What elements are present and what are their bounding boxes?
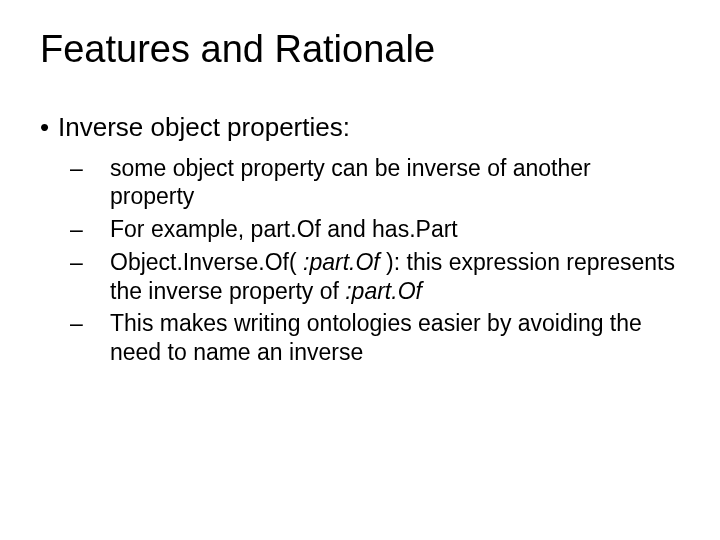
level1-text: Inverse object properties: — [58, 112, 350, 142]
level2-text: This makes writing ontologies easier by … — [110, 310, 642, 365]
bullet-level2: –This makes writing ontologies easier by… — [110, 309, 680, 367]
level2-arg2: :part.Of — [345, 278, 422, 304]
dash-icon: – — [90, 309, 110, 338]
level2-arg: :part.Of — [303, 249, 380, 275]
bullet-level2: –some object property can be inverse of … — [110, 154, 680, 212]
slide-title: Features and Rationale — [40, 28, 680, 71]
bullet-level2: –Object.Inverse.Of( :part.Of ): this exp… — [110, 248, 680, 306]
bullet-level1: •Inverse object properties: — [58, 111, 680, 144]
level2-text-pre: Object.Inverse.Of( — [110, 249, 303, 275]
dash-icon: – — [90, 248, 110, 277]
level2-text: For example, part.Of and has.Part — [110, 216, 458, 242]
bullet-icon: • — [40, 111, 58, 144]
bullet-level2: –For example, part.Of and has.Part — [110, 215, 680, 244]
dash-icon: – — [90, 215, 110, 244]
dash-icon: – — [90, 154, 110, 183]
level2-text: some object property can be inverse of a… — [110, 155, 591, 210]
slide: Features and Rationale •Inverse object p… — [0, 0, 720, 540]
